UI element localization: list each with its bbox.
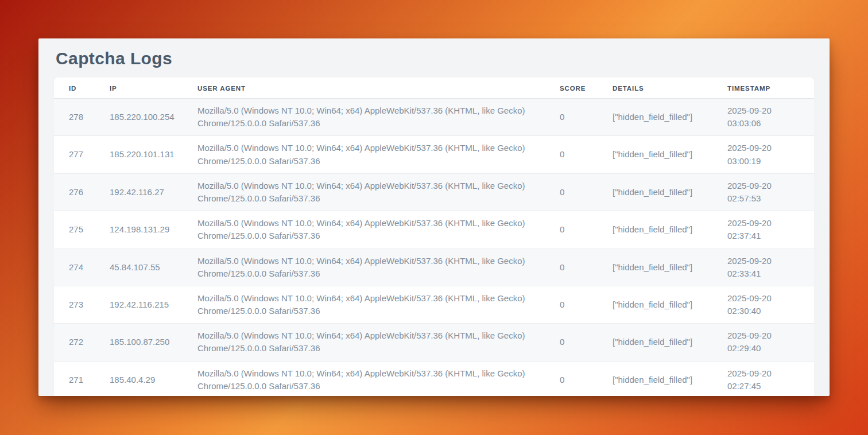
cell-ip: 185.220.100.254 [110,99,197,136]
cell-id: 274 [54,248,110,286]
cell-details: ["hidden_field_filled"] [613,324,727,361]
logs-table-container: ID IP USER AGENT SCORE DETAILS TIMESTAMP… [54,77,814,396]
table-row: 277 185.220.101.131 Mozilla/5.0 (Windows… [54,136,814,173]
cell-details: ["hidden_field_filled"] [613,99,727,136]
cell-user-agent: Mozilla/5.0 (Windows NT 10.0; Win64; x64… [197,211,560,248]
cell-user-agent: Mozilla/5.0 (Windows NT 10.0; Win64; x64… [197,136,560,173]
table-row: 273 192.42.116.215 Mozilla/5.0 (Windows … [54,286,814,323]
cell-ip: 45.84.107.55 [110,248,197,286]
logs-table: ID IP USER AGENT SCORE DETAILS TIMESTAMP… [54,77,814,396]
cell-details: ["hidden_field_filled"] [613,211,727,248]
cell-id: 272 [54,324,110,361]
cell-user-agent: Mozilla/5.0 (Windows NT 10.0; Win64; x64… [197,173,560,211]
cell-ip: 185.100.87.250 [110,324,197,361]
cell-score: 0 [560,286,613,323]
cell-timestamp: 2025-09-20 02:33:41 [727,248,814,286]
column-header-ip: IP [110,77,197,99]
cell-id: 275 [54,211,110,248]
cell-timestamp: 2025-09-20 02:57:53 [727,173,814,211]
cell-score: 0 [560,136,613,173]
cell-id: 277 [54,136,110,173]
cell-ip: 192.42.116.27 [110,173,197,211]
column-header-score: SCORE [560,77,613,99]
cell-user-agent: Mozilla/5.0 (Windows NT 10.0; Win64; x64… [197,99,560,136]
cell-score: 0 [560,173,613,211]
cell-ip: 185.220.101.131 [110,136,197,173]
cell-timestamp: 2025-09-20 02:29:40 [727,324,814,361]
table-row: 275 124.198.131.29 Mozilla/5.0 (Windows … [54,211,814,248]
page-title: Captcha Logs [56,49,812,68]
column-header-id: ID [54,77,110,99]
cell-details: ["hidden_field_filled"] [613,361,727,396]
cell-user-agent: Mozilla/5.0 (Windows NT 10.0; Win64; x64… [197,286,560,323]
cell-details: ["hidden_field_filled"] [613,248,727,286]
table-row: 276 192.42.116.27 Mozilla/5.0 (Windows N… [54,173,814,211]
cell-timestamp: 2025-09-20 02:37:41 [727,211,814,248]
cell-id: 273 [54,286,110,323]
cell-user-agent: Mozilla/5.0 (Windows NT 10.0; Win64; x64… [197,324,560,361]
table-row: 272 185.100.87.250 Mozilla/5.0 (Windows … [54,324,814,361]
column-header-details: DETAILS [613,77,727,99]
cell-id: 276 [54,173,110,211]
cell-timestamp: 2025-09-20 02:27:45 [727,361,814,396]
cell-score: 0 [560,99,613,136]
cell-score: 0 [560,361,613,396]
cell-id: 278 [54,99,110,136]
cell-ip: 185.40.4.29 [110,361,197,396]
logs-table-body: 278 185.220.100.254 Mozilla/5.0 (Windows… [54,99,814,397]
cell-timestamp: 2025-09-20 03:03:06 [727,99,814,136]
cell-timestamp: 2025-09-20 02:30:40 [727,286,814,323]
cell-timestamp: 2025-09-20 03:00:19 [727,136,814,173]
table-row: 274 45.84.107.55 Mozilla/5.0 (Windows NT… [54,248,814,286]
table-row: 278 185.220.100.254 Mozilla/5.0 (Windows… [54,99,814,136]
cell-id: 271 [54,361,110,396]
column-header-timestamp: TIMESTAMP [727,77,814,99]
cell-details: ["hidden_field_filled"] [613,173,727,211]
cell-user-agent: Mozilla/5.0 (Windows NT 10.0; Win64; x64… [197,248,560,286]
cell-score: 0 [560,211,613,248]
cell-score: 0 [560,324,613,361]
table-row: 271 185.40.4.29 Mozilla/5.0 (Windows NT … [54,361,814,396]
cell-user-agent: Mozilla/5.0 (Windows NT 10.0; Win64; x64… [197,361,560,396]
cell-details: ["hidden_field_filled"] [613,286,727,323]
cell-ip: 124.198.131.29 [110,211,197,248]
captcha-logs-card: Captcha Logs ID IP USER AGENT SCORE DETA… [38,38,830,396]
logs-table-header: ID IP USER AGENT SCORE DETAILS TIMESTAMP [54,77,814,99]
column-header-user-agent: USER AGENT [197,77,560,99]
cell-details: ["hidden_field_filled"] [613,136,727,173]
cell-score: 0 [560,248,613,286]
cell-ip: 192.42.116.215 [110,286,197,323]
